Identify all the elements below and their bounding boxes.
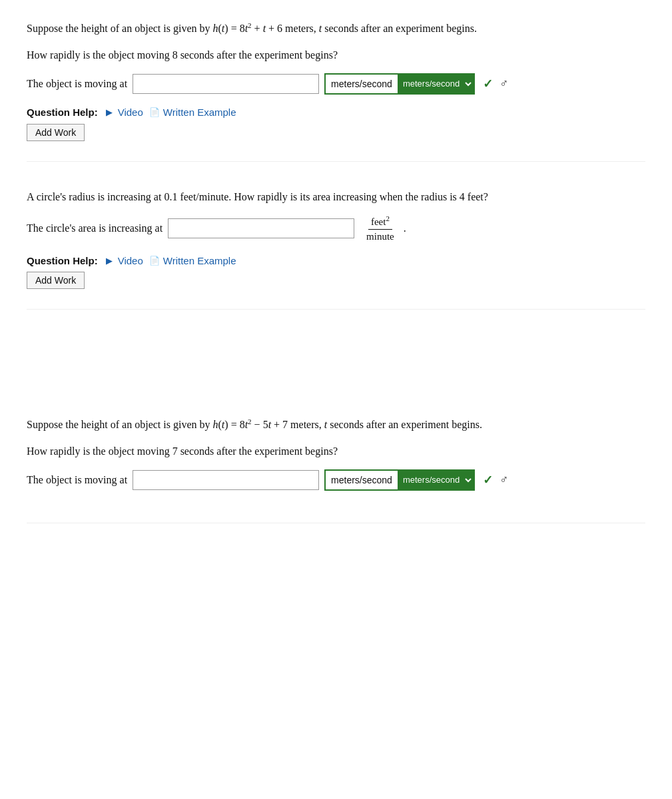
problem-1-unit-select[interactable]: meters/second feet/second km/hour [398,75,474,93]
problem-2-fraction-denominator: minute [364,230,397,242]
problem-2-answer-prefix: The circle's area is increasing at [27,222,163,234]
problem-1-check-icon: ✓ [483,77,493,91]
problem-2-statement: A circle's radius is increasing at 0.1 f… [27,188,645,206]
problem-3-statement-line1: Suppose the height of an object is given… [27,416,645,433]
problem-1-answer-input[interactable] [133,74,319,94]
problem-1-help-label: Question Help: [27,107,98,118]
written-example-icon-2: 📄 [149,254,161,266]
problem-3-answer-input[interactable] [133,470,319,490]
problem-2-add-work-row: Add Work [27,272,645,289]
problem-1-add-work-button[interactable]: Add Work [27,124,85,141]
problem-1-question: How rapidly is the object moving 8 secon… [27,47,645,64]
problem-3-answer-row: The object is moving at meters/second me… [27,469,645,491]
problem-1-unit-label: meters/second [326,77,398,91]
problem-1-help-row: Question Help: ▶ Video 📄 Written Example [27,107,645,119]
video-icon-2: ▶ [103,254,115,266]
problem-1-add-work-row: Add Work [27,124,645,141]
problem-2-period: . [404,222,406,234]
problem-3-unit-wrapper: meters/second meters/second feet/second … [324,469,475,491]
problem-3-check-icon: ✓ [483,473,493,487]
problem-2-video-label: Video [118,255,143,266]
problem-2-written-example-link[interactable]: 📄 Written Example [149,254,236,266]
problem-2-answer-row: The circle's area is increasing at feet2… [27,214,645,242]
problem-3-unit-select[interactable]: meters/second feet/second km/hour [398,471,474,489]
problem-1-video-label: Video [118,107,143,118]
problem-2-help-row: Question Help: ▶ Video 📄 Written Example [27,254,645,266]
problem-2-answer-input[interactable] [168,218,354,238]
problem-1-unit-wrapper: meters/second meters/second feet/second … [324,73,475,95]
problem-1-written-example-link[interactable]: 📄 Written Example [149,107,236,119]
problem-3-person-icon: ♂ [500,473,509,487]
problem-3-answer-prefix: The object is moving at [27,474,127,486]
problem-3-question: How rapidly is the object moving 7 secon… [27,443,645,460]
problem-2-video-link[interactable]: ▶ Video [103,254,143,266]
problem-1-statement-line1: Suppose the height of an object is given… [27,20,645,37]
problem-1-written-example-label: Written Example [163,107,236,118]
problem-3: Suppose the height of an object is given… [27,416,645,523]
problem-2-written-example-label: Written Example [163,255,236,266]
problem-1-answer-row: The object is moving at meters/second me… [27,73,645,95]
problem-1-person-icon: ♂ [500,77,509,91]
video-icon: ▶ [103,107,115,119]
problem-2-help-label: Question Help: [27,255,98,266]
problem-2-fraction: feet2 minute [364,214,397,242]
written-example-icon: 📄 [149,107,161,119]
problem-2-fraction-numerator: feet2 [368,214,392,230]
problem-1-video-link[interactable]: ▶ Video [103,107,143,119]
spacer [27,336,645,416]
problem-3-unit-label: meters/second [326,473,398,487]
problem-1: Suppose the height of an object is given… [27,20,645,162]
problem-1-answer-prefix: The object is moving at [27,78,127,90]
problem-2: A circle's radius is increasing at 0.1 f… [27,188,645,310]
problem-2-add-work-button[interactable]: Add Work [27,272,85,289]
